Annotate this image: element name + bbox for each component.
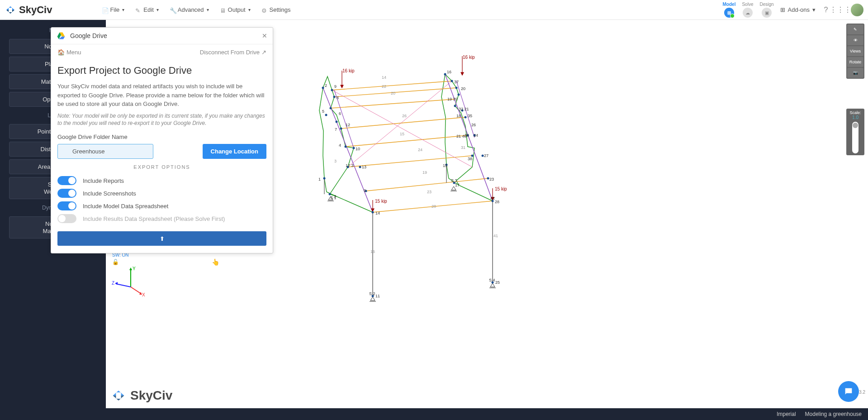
svg-point-29 [333, 96, 336, 98]
toggle-include-results-sheet[interactable] [57, 214, 76, 223]
modal-note: Note: Your model will be only be exporte… [57, 112, 266, 128]
menu-advanced-label: Advanced [178, 6, 204, 13]
camera-button[interactable]: 📷 [847, 68, 863, 78]
opt-reports-label: Include Reports [83, 177, 124, 184]
svg-text:9: 9 [364, 188, 366, 193]
svg-text:12: 12 [346, 123, 350, 127]
svg-text:6: 6 [339, 111, 341, 116]
menu-advanced[interactable]: 🔧Advanced▾ [170, 6, 209, 13]
svg-text:20: 20 [391, 91, 395, 95]
topbar: SkyCiv 📄File▾ ✎Edit▾ 🔧Advanced▾ 🖥Output▾… [0, 0, 868, 20]
svg-point-39 [372, 211, 374, 214]
opt-results-sheet-label: Include Results Data Spreadsheet [83, 215, 172, 222]
svg-text:19 39: 19 39 [447, 97, 458, 101]
project-name[interactable]: Modeling a greenhouse [805, 411, 862, 417]
svg-text:16: 16 [370, 249, 375, 254]
views-button[interactable]: Views [847, 46, 863, 56]
svg-line-8 [332, 90, 472, 167]
addons-menu[interactable]: ⊞Add-ons▾ [780, 6, 816, 13]
svg-line-113 [131, 287, 141, 294]
svg-text:21 40: 21 40 [456, 134, 467, 138]
chat-bubble[interactable] [838, 381, 859, 402]
toggle-include-screenshots[interactable] [57, 189, 76, 198]
mode-solve-icon: ☁ [743, 8, 753, 18]
folder-input-wrap [57, 144, 199, 159]
svg-line-3 [341, 117, 465, 129]
svg-point-34 [345, 146, 347, 148]
apps-grid-icon[interactable]: ⋮⋮⋮ [836, 6, 844, 14]
svg-line-112 [116, 284, 131, 287]
svg-text:28: 28 [495, 200, 499, 204]
mode-model[interactable]: Model⊞ [723, 2, 736, 18]
pencil-icon: ✎ [135, 7, 141, 13]
svg-text:26: 26 [471, 123, 476, 127]
modal-body: Export Project to Google Drive Your SkyC… [51, 65, 273, 253]
svg-text:11: 11 [375, 294, 380, 298]
units-indicator[interactable]: Imperial [777, 411, 796, 417]
load-label: 15 kip [495, 186, 507, 191]
mode-solve[interactable]: Solve☁ [742, 2, 753, 18]
axes-gizmo[interactable]: Y Z X [110, 262, 147, 298]
svg-point-52 [482, 155, 484, 157]
svg-text:22: 22 [382, 84, 386, 89]
svg-point-35 [353, 147, 355, 149]
folder-name-input[interactable] [57, 144, 153, 159]
menu-edit[interactable]: ✎Edit▾ [135, 6, 158, 13]
svg-text:20: 20 [461, 86, 465, 91]
mode-model-icon: ⊞ [724, 8, 734, 18]
svg-text:14: 14 [382, 75, 386, 80]
upload-icon: ⬆ [160, 235, 165, 242]
export-button[interactable]: ⬆ [57, 231, 266, 246]
google-drive-icon [57, 31, 66, 40]
eye-tool-button[interactable]: 👁 [847, 35, 863, 45]
menu-link[interactable]: 🏠Menu [57, 49, 81, 56]
svg-text:S 2: S 2 [369, 291, 375, 296]
scale-slider[interactable] [852, 122, 859, 153]
wrench-icon: 🔧 [170, 7, 175, 13]
menu-settings-label: Settings [270, 6, 291, 13]
svg-text:3: 3 [334, 159, 337, 163]
mode-switcher: Model⊞ Solve☁ Design▣ [723, 2, 774, 18]
watermark-logo: SkyCiv [110, 387, 172, 404]
toggle-include-model-sheet[interactable] [57, 201, 76, 210]
svg-text:16: 16 [447, 70, 451, 74]
opt-include-reports: Include Reports [57, 174, 266, 187]
opt-results-sub: (Please Solve First) [174, 215, 225, 222]
svg-point-48 [465, 116, 467, 119]
menu-output[interactable]: 🖥Output▾ [220, 6, 251, 13]
help-icon[interactable]: ? [822, 6, 830, 14]
pencil-tool-button[interactable]: ✎ [847, 24, 863, 34]
file-icon: 📄 [102, 7, 107, 13]
svg-text:8: 8 [337, 95, 339, 100]
modal-description: Your SkyCiv model data and related artif… [57, 82, 266, 109]
svg-line-0 [332, 81, 452, 90]
svg-text:35: 35 [468, 114, 472, 118]
user-avatar[interactable] [851, 4, 863, 16]
rotate-button[interactable]: Rotate [847, 57, 863, 67]
svg-point-27 [322, 87, 324, 89]
svg-point-33 [340, 128, 342, 130]
chevron-down-icon: ▾ [157, 7, 159, 12]
menu-settings[interactable]: ⚙Settings [261, 6, 291, 13]
svg-point-46 [454, 105, 456, 107]
chevron-down-icon: ▾ [248, 7, 251, 12]
main-menu: 📄File▾ ✎Edit▾ 🔧Advanced▾ 🖥Output▾ ⚙Setti… [102, 6, 290, 13]
axis-y-label: Y [133, 266, 136, 271]
svg-text:14: 14 [375, 211, 380, 215]
slider-thumb[interactable] [853, 123, 858, 128]
menu-file[interactable]: 📄File▾ [102, 6, 124, 13]
svg-text:37: 37 [454, 80, 459, 84]
disconnect-link[interactable]: Disconnect From Drive↗ [200, 49, 266, 56]
svg-text:5: 5 [322, 109, 324, 114]
svg-text:31: 31 [461, 145, 465, 150]
svg-text:7: 7 [335, 127, 337, 132]
svg-text:38: 38 [468, 157, 472, 161]
svg-text:15: 15 [400, 132, 404, 136]
toggle-include-reports[interactable] [57, 176, 76, 185]
close-button[interactable]: ✕ [262, 32, 267, 39]
mode-design[interactable]: Design▣ [759, 2, 773, 18]
export-options-heading: EXPORT OPTIONS [57, 164, 266, 170]
svg-text:32 21: 32 21 [459, 107, 469, 111]
svg-point-44 [455, 87, 458, 89]
change-location-button[interactable]: Change Location [203, 144, 266, 159]
